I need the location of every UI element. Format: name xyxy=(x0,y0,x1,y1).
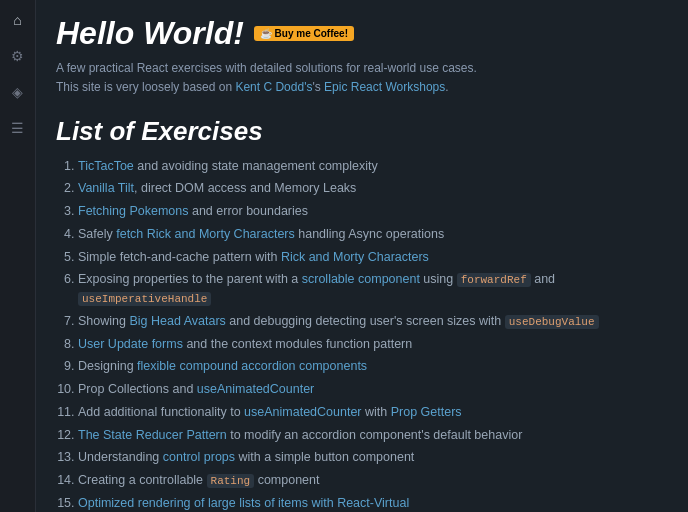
subtitle: A few practical React exercises with det… xyxy=(56,59,668,97)
exercise-link[interactable]: fetch Rick and Morty Characters xyxy=(116,227,295,241)
exercises-section-title: List of Exercises xyxy=(56,116,668,147)
exercises-list: TicTacToe and avoiding state management … xyxy=(56,157,668,512)
page-title: Hello World! ☕ Buy me Coffee! xyxy=(56,16,668,51)
exercise-link[interactable]: The State Reducer Pattern xyxy=(78,428,227,442)
sidebar: ⌂ ⚙ ◈ ☰ xyxy=(0,0,36,512)
exercise-link[interactable]: scrollable component xyxy=(302,272,420,286)
kent-link[interactable]: Kent C Dodd's xyxy=(235,80,312,94)
exercise-link[interactable]: control props xyxy=(163,450,235,464)
list-item: User Update forms and the context module… xyxy=(78,335,668,354)
list-item: Prop Collections and useAnimatedCounter xyxy=(78,380,668,399)
list-item: Showing Big Head Avatars and debugging d… xyxy=(78,312,668,331)
list-item: Vanilla Tilt, direct DOM access and Memo… xyxy=(78,179,668,198)
home-icon[interactable]: ⌂ xyxy=(8,10,28,30)
list-item: Understanding control props with a simpl… xyxy=(78,448,668,467)
list-item: Designing flexible compound accordion co… xyxy=(78,357,668,376)
exercise-link[interactable]: TicTacToe xyxy=(78,159,134,173)
exercise-link[interactable]: Rick and Morty Characters xyxy=(281,250,429,264)
exercise-link[interactable]: useAnimatedCounter xyxy=(197,382,314,396)
list-item: Exposing properties to the parent with a… xyxy=(78,270,668,308)
exercise-link[interactable]: Vanilla Tilt xyxy=(78,181,134,195)
list-item: Safely fetch Rick and Morty Characters h… xyxy=(78,225,668,244)
exercise-link[interactable]: Prop Getters xyxy=(391,405,462,419)
code-tag: useDebugValue xyxy=(505,315,599,329)
code-tag: useImperativeHandle xyxy=(78,292,211,306)
code-tag: Rating xyxy=(207,474,255,488)
main-content: Hello World! ☕ Buy me Coffee! A few prac… xyxy=(36,0,688,512)
bookmark-icon[interactable]: ◈ xyxy=(8,82,28,102)
exercise-link[interactable]: useAnimatedCounter xyxy=(244,405,361,419)
exercise-link[interactable]: compound accordion components xyxy=(179,359,367,373)
list-item: Simple fetch-and-cache pattern with Rick… xyxy=(78,248,668,267)
list-item: Optimized rendering of large lists of it… xyxy=(78,494,668,512)
list-item: Add additional functionality to useAnima… xyxy=(78,403,668,422)
exercise-link[interactable]: Fetching Pokemons xyxy=(78,204,188,218)
epic-react-link[interactable]: Epic React Workshops xyxy=(324,80,445,94)
exercise-link[interactable]: Optimized rendering of large lists of it… xyxy=(78,496,409,510)
buy-coffee-badge[interactable]: ☕ Buy me Coffee! xyxy=(254,26,354,41)
list-icon[interactable]: ☰ xyxy=(8,118,28,138)
list-item: Creating a controllable Rating component xyxy=(78,471,668,490)
list-item: The State Reducer Pattern to modify an a… xyxy=(78,426,668,445)
exercise-link[interactable]: User Update forms xyxy=(78,337,183,351)
list-item: Fetching Pokemons and error boundaries xyxy=(78,202,668,221)
exercise-link[interactable]: Big Head Avatars xyxy=(129,314,225,328)
exercise-link[interactable]: flexible xyxy=(137,359,176,373)
code-tag: forwardRef xyxy=(457,273,531,287)
list-item: TicTacToe and avoiding state management … xyxy=(78,157,668,176)
gear-icon[interactable]: ⚙ xyxy=(8,46,28,66)
